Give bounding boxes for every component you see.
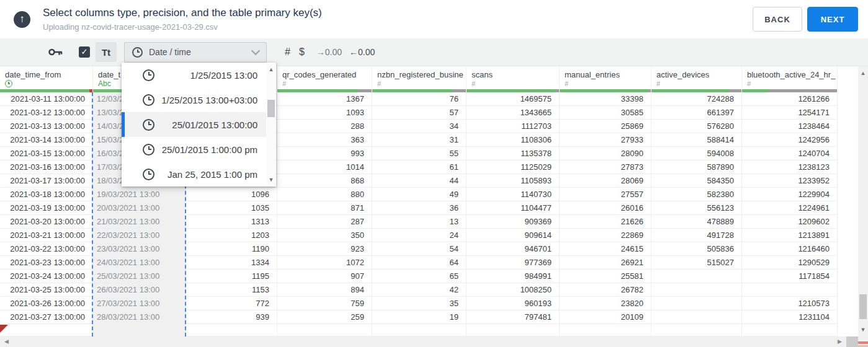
back-button[interactable]: BACK [753,7,802,32]
table-cell: 1014 [277,160,372,174]
table-cell [93,324,186,336]
column-quality-bar [742,89,837,92]
table-cell: 27557 [560,188,651,201]
scroll-up-icon[interactable]: ▲ [858,70,868,76]
scroll-right-icon[interactable]: ▶ [838,336,842,347]
quality-segment [769,89,837,92]
table-cell: 759 [277,297,372,310]
vertical-scrollbar[interactable]: ▲ ▼ [858,66,868,336]
table-cell: 909369 [467,215,560,229]
scroll-up-icon[interactable]: ▲ [266,66,276,72]
scroll-down-icon[interactable]: ▼ [266,177,276,183]
table-cell: 30585 [560,106,651,120]
scroll-down-icon[interactable]: ▼ [858,327,868,333]
format-options-list: 1/25/2015 13:001/25/2015 13:00+03:0025/0… [122,63,266,187]
text-type-button[interactable]: Tt [96,42,117,62]
quality-segment [742,89,769,92]
table-cell: 1008250 [467,283,560,297]
number-type-marker: # [656,80,660,87]
table-cell: 1125029 [467,160,560,174]
table-cell: 1096 [186,188,277,201]
next-button[interactable]: NEXT [807,7,858,32]
currency-type-button[interactable]: $ [299,46,305,58]
check-icon: ✓ [81,47,88,56]
column-type-marker: # [565,80,651,89]
column-quality-bar [560,89,651,92]
column-header-bluetooth_active_24_hr_[interactable]: bluetooth_active_24_hr_# [742,66,838,92]
table-cell: 588414 [651,133,742,147]
format-option-label: Jan 25, 2015 1:00 pm [168,169,257,180]
table-cell: 21626 [560,215,651,229]
scroll-left-icon[interactable]: ◀ [4,336,9,347]
column-header-qr_codes_generated[interactable]: qr_codes_generated# [277,66,372,92]
column-name: qr_codes_generated [282,70,372,79]
table-cell: 19 [372,310,467,324]
format-option[interactable]: 25/01/2015 1:00:00 pm [122,137,266,162]
primary-key-icon[interactable] [48,48,63,56]
table-cell: 1254171 [742,106,838,120]
column-header-nzbn_registered_busine[interactable]: nzbn_registered_busine# [372,66,467,92]
column-type-marker: # [656,80,741,89]
table-cell: 2021-03-17 13:00:00 [0,174,93,188]
table-cell [651,324,742,336]
table-cell: 1140730 [467,188,560,201]
table-row: 2021-03-20 13:00:0021/03/2021 13:0013132… [0,215,838,229]
dropdown-value: Date / time [149,47,191,57]
column-name: scans [472,70,559,79]
table-cell: 1240704 [742,147,838,160]
table-cell: 24 [372,229,467,242]
table-cell: 23/03/2021 13:00 [93,242,186,256]
column-header-scans[interactable]: scans# [467,66,560,92]
horizontal-scroll-thumb[interactable] [846,336,858,347]
table-cell: 34 [372,120,467,133]
table-cell [651,297,742,310]
column-header-date_time_from[interactable]: date_time_from [0,66,93,92]
format-option-label: 25/01/2015 1:00:00 pm [162,144,257,155]
table-cell: 65 [372,270,467,283]
format-option[interactable]: Jan 25, 2015 1:00 pm [122,162,266,187]
table-cell: 2021-03-14 13:00:00 [0,133,93,147]
table-cell: 1224961 [742,201,838,215]
table-cell [651,283,742,297]
table-cell: 28069 [560,174,651,188]
format-option[interactable]: 25/01/2015 13:00:00 [122,112,266,137]
checked-checkbox[interactable]: ✓ [79,46,90,58]
table-cell: 1261266 [742,92,838,106]
quality-segment [453,89,466,92]
chevron-down-icon [251,46,260,55]
format-option[interactable]: 1/25/2015 13:00 [122,63,266,87]
table-cell: 57 [372,106,467,120]
column-quality-bar [0,89,92,92]
table-cell: 584350 [651,174,742,188]
table-cell: 26782 [560,283,651,297]
column-header-active_devices[interactable]: active_devices# [651,66,742,92]
table-cell: 1203 [186,229,277,242]
panel-scrollbar[interactable]: ▲ ▼ [266,63,276,187]
table-cell: 894 [277,283,372,297]
table-cell: 797481 [467,310,560,324]
type-format-dropdown[interactable]: Date / time [124,42,267,63]
vertical-scroll-thumb[interactable] [859,294,867,319]
table-cell [0,324,93,336]
format-option[interactable]: 1/25/2015 13:00+03:00 [122,87,266,112]
increase-decimal-button[interactable]: ←0.00 [349,47,375,57]
table-cell: 772 [186,297,277,310]
decrease-decimal-button[interactable]: →0.00 [316,47,342,57]
table-cell: 1229904 [742,188,838,201]
column-header-manual_entries[interactable]: manual_entries# [560,66,651,92]
table-cell: 491728 [651,229,742,242]
number-type-button[interactable]: # [285,46,290,58]
table-cell: 26921 [560,256,651,270]
upload-filename: Uploading nz-covid-tracer-usage-2021-03-… [43,22,753,32]
table-cell: 594008 [651,147,742,160]
table-cell: 61 [372,160,467,174]
table-cell: 984991 [467,270,560,283]
panel-scroll-thumb[interactable] [267,100,275,117]
column-quality-bar [277,89,372,92]
table-cell: 27933 [560,133,651,147]
horizontal-scrollbar[interactable]: ◀ ▶ [0,336,858,347]
column-type-marker: # [472,80,559,89]
table-cell: 64 [372,256,467,270]
table-cell: 2021-03-15 13:00:00 [0,147,93,160]
table-cell: 25/03/2021 13:00 [93,270,186,283]
